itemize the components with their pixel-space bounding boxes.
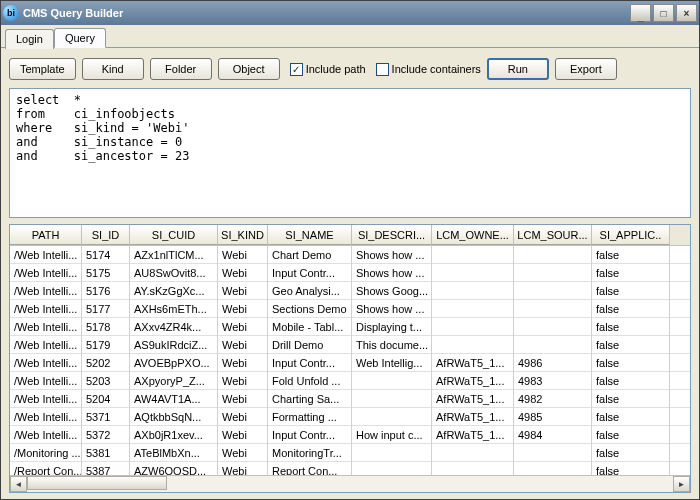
table-cell [352, 390, 432, 408]
table-cell: MonitoringTr... [268, 444, 352, 462]
table-cell: /Web Intelli... [10, 264, 82, 282]
maximize-button[interactable]: □ [653, 4, 674, 22]
table-cell: Displaying t... [352, 318, 432, 336]
table-cell: Web Intellig... [352, 354, 432, 372]
table-cell: AS9ukIRdciZ... [130, 336, 218, 354]
table-cell: AXHs6mETh... [130, 300, 218, 318]
table-row[interactable]: /Web Intelli...5371AQtkbbSqN...WebiForma… [10, 408, 690, 426]
include-containers-group[interactable]: Include containers [376, 63, 481, 76]
table-cell: Webi [218, 354, 268, 372]
table-cell [514, 246, 592, 264]
table-row[interactable]: /Web Intelli...5203AXpyoryP_Z...WebiFold… [10, 372, 690, 390]
table-cell: 5176 [82, 282, 130, 300]
table-header: PATH SI_ID SI_CUID SI_KIND SI_NAME SI_DE… [10, 225, 690, 246]
table-cell: false [592, 246, 670, 264]
table-cell: Drill Demo [268, 336, 352, 354]
col-lcm-owner[interactable]: LCM_OWNE... [432, 225, 514, 245]
col-si-descr[interactable]: SI_DESCRI... [352, 225, 432, 245]
table-cell: Shows how ... [352, 246, 432, 264]
scroll-left-button[interactable]: ◄ [10, 476, 27, 492]
table-row[interactable]: /Web Intelli...5177AXHs6mETh...WebiSecti… [10, 300, 690, 318]
col-si-name[interactable]: SI_NAME [268, 225, 352, 245]
table-cell: false [592, 426, 670, 444]
table-cell: 5203 [82, 372, 130, 390]
table-cell: AZx1nlTlCM... [130, 246, 218, 264]
kind-button[interactable]: Kind [82, 58, 144, 80]
col-si-kind[interactable]: SI_KIND [218, 225, 268, 245]
table-cell [352, 372, 432, 390]
export-button[interactable]: Export [555, 58, 617, 80]
table-cell: Webi [218, 408, 268, 426]
table-cell: false [592, 354, 670, 372]
horizontal-scrollbar[interactable]: ◄ ► [10, 475, 690, 492]
scroll-right-button[interactable]: ► [673, 476, 690, 492]
table-cell: 5202 [82, 354, 130, 372]
sql-editor[interactable]: select * from ci_infoobjects where si_ki… [9, 88, 691, 218]
col-si-applic[interactable]: SI_APPLIC.. [592, 225, 670, 245]
table-cell: AXb0jR1xev... [130, 426, 218, 444]
table-row[interactable]: /Report Con...5387AZW6OOSD...WebiReport … [10, 462, 690, 475]
table-row[interactable]: /Web Intelli...5202AVOEBpPXO...WebiInput… [10, 354, 690, 372]
table-cell: /Web Intelli... [10, 300, 82, 318]
table-row[interactable]: /Monitoring ...5381ATeBlMbXn...WebiMonit… [10, 444, 690, 462]
template-button[interactable]: Template [9, 58, 76, 80]
table-cell: 5371 [82, 408, 130, 426]
table-cell: This docume... [352, 336, 432, 354]
scroll-track[interactable] [27, 476, 673, 492]
table-body[interactable]: /Web Intelli...5174AZx1nlTlCM...WebiChar… [10, 246, 690, 475]
table-cell [514, 444, 592, 462]
include-path-checkbox[interactable]: ✓ [290, 63, 303, 76]
table-cell: Webi [218, 300, 268, 318]
tab-login[interactable]: Login [5, 29, 54, 49]
col-si-cuid[interactable]: SI_CUID [130, 225, 218, 245]
table-row[interactable]: /Web Intelli...5178AXxv4ZR4k...WebiMobil… [10, 318, 690, 336]
tab-query[interactable]: Query [54, 28, 106, 48]
table-cell: AW4AVT1A... [130, 390, 218, 408]
table-cell [432, 246, 514, 264]
table-cell: /Web Intelli... [10, 354, 82, 372]
col-si-id[interactable]: SI_ID [82, 225, 130, 245]
object-button[interactable]: Object [218, 58, 280, 80]
table-cell [514, 318, 592, 336]
minimize-button[interactable]: _ [630, 4, 651, 22]
table-row[interactable]: /Web Intelli...5175AU8SwOvit8...WebiInpu… [10, 264, 690, 282]
table-cell: 5381 [82, 444, 130, 462]
table-cell [514, 282, 592, 300]
table-cell: /Web Intelli... [10, 246, 82, 264]
table-cell: AXpyoryP_Z... [130, 372, 218, 390]
table-cell: ATeBlMbXn... [130, 444, 218, 462]
table-row[interactable]: /Web Intelli...5176AY.sKzGgXc...WebiGeo … [10, 282, 690, 300]
folder-button[interactable]: Folder [150, 58, 212, 80]
table-cell: /Report Con... [10, 462, 82, 475]
table-row[interactable]: /Web Intelli...5174AZx1nlTlCM...WebiChar… [10, 246, 690, 264]
col-lcm-source[interactable]: LCM_SOUR... [514, 225, 592, 245]
run-button[interactable]: Run [487, 58, 549, 80]
table-cell: How input c... [352, 426, 432, 444]
table-cell: Charting Sa... [268, 390, 352, 408]
table-cell [514, 300, 592, 318]
window-controls: _ □ × [630, 4, 697, 22]
include-containers-checkbox[interactable] [376, 63, 389, 76]
include-path-group[interactable]: ✓ Include path [290, 63, 366, 76]
tab-content: Template Kind Folder Object ✓ Include pa… [1, 48, 699, 499]
col-path[interactable]: PATH [10, 225, 82, 245]
table-row[interactable]: /Web Intelli...5372AXb0jR1xev...WebiInpu… [10, 426, 690, 444]
table-cell: /Web Intelli... [10, 318, 82, 336]
table-row[interactable]: /Web Intelli...5179AS9ukIRdciZ...WebiDri… [10, 336, 690, 354]
table-cell: 5204 [82, 390, 130, 408]
table-cell: AfRWaT5_1... [432, 408, 514, 426]
table-cell: Input Contr... [268, 426, 352, 444]
table-cell: 4984 [514, 426, 592, 444]
table-row[interactable]: /Web Intelli...5204AW4AVT1A...WebiCharti… [10, 390, 690, 408]
tab-strip: Login Query [1, 25, 699, 48]
table-cell: false [592, 408, 670, 426]
titlebar[interactable]: bi CMS Query Builder _ □ × [1, 1, 699, 25]
close-button[interactable]: × [676, 4, 697, 22]
app-window: bi CMS Query Builder _ □ × Login Query T… [0, 0, 700, 500]
scroll-thumb[interactable] [27, 476, 167, 490]
table-cell [432, 264, 514, 282]
table-cell: 5372 [82, 426, 130, 444]
table-cell: AU8SwOvit8... [130, 264, 218, 282]
table-cell: /Monitoring ... [10, 444, 82, 462]
table-cell: Geo Analysi... [268, 282, 352, 300]
